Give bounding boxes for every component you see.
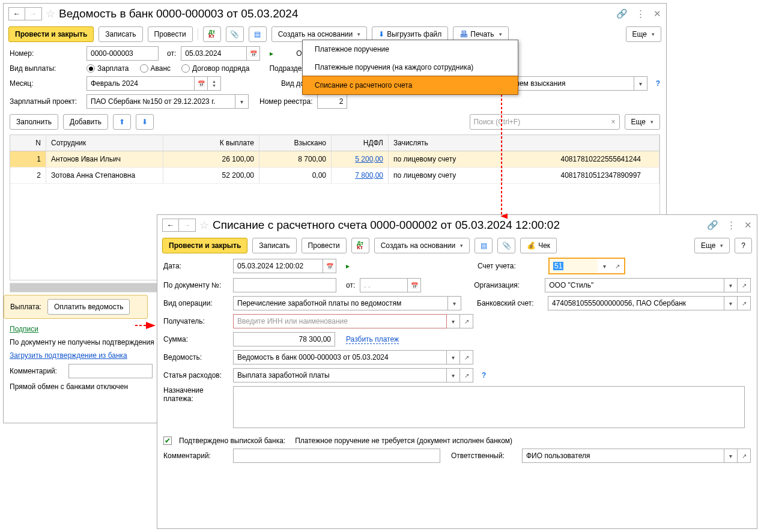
kebab-icon[interactable]: ⋮ xyxy=(636,8,645,19)
th-tax[interactable]: НДФЛ xyxy=(332,135,389,151)
clear-search-icon[interactable]: × xyxy=(611,118,616,126)
close-icon-2[interactable]: ✕ xyxy=(744,220,752,231)
nav-fwd-2[interactable]: → xyxy=(179,219,196,232)
op-type-dropdown[interactable]: ▾ xyxy=(448,296,461,310)
nav-back-2[interactable]: ← xyxy=(162,219,179,232)
radio-salary[interactable]: Зарплата xyxy=(86,64,129,73)
help-expense[interactable]: ? xyxy=(482,371,486,379)
ctx-write-off[interactable]: Списание с расчетного счета xyxy=(302,76,518,95)
save-button-2[interactable]: Записать xyxy=(252,238,296,253)
month-input[interactable]: Февраль 2024 xyxy=(86,76,195,91)
post-button-2[interactable]: Провести xyxy=(302,238,347,253)
add-button[interactable]: Добавить xyxy=(63,114,108,130)
move-up-button[interactable]: ⬆ xyxy=(113,114,131,130)
move-down-button[interactable]: ⬇ xyxy=(136,114,154,130)
ctx-payment-order[interactable]: Платежное поручение xyxy=(303,40,518,58)
table-row[interactable]: 2 Зотова Анна Степановна 52 200,00 0,00 … xyxy=(10,168,659,184)
expense-input[interactable]: Выплата заработной платы xyxy=(233,368,447,382)
more-button-1[interactable]: Еще xyxy=(626,26,661,42)
expense-dropdown[interactable]: ▾ xyxy=(447,368,460,382)
check-button[interactable]: 💰Чек xyxy=(520,238,557,253)
expense-open[interactable]: ↗ xyxy=(460,368,473,382)
more-button-2[interactable]: Еще xyxy=(694,238,730,253)
close-icon[interactable]: ✕ xyxy=(653,8,661,19)
recipient-dropdown[interactable]: ▾ xyxy=(447,314,460,328)
salary-project-input[interactable]: ПАО Сбербанк №150 от 29.12.2023 г. xyxy=(86,94,235,109)
dtkt-button[interactable]: ДтКт xyxy=(203,26,221,42)
date-input[interactable]: 05.03.2024 xyxy=(181,46,247,61)
pay-vedomost-button[interactable]: Оплатить ведомость xyxy=(47,299,130,315)
account-input[interactable]: 51 xyxy=(550,259,598,273)
month-calendar-icon[interactable]: 📅 xyxy=(195,76,208,91)
op-type-input[interactable]: Перечисление заработной платы по ведомос… xyxy=(233,296,448,310)
date-input-2[interactable]: 05.03.2024 12:00:02 xyxy=(233,259,323,273)
from-date-input[interactable]: . . xyxy=(360,278,408,292)
org-dropdown[interactable]: ▾ xyxy=(724,278,738,292)
salary-project-dropdown[interactable]: ▾ xyxy=(235,94,249,109)
registry-num-input[interactable]: 2 xyxy=(317,94,347,109)
sum-input[interactable]: 78 300,00 xyxy=(233,332,335,346)
responsible-dropdown[interactable]: ▾ xyxy=(724,449,738,463)
comment-input-2[interactable] xyxy=(233,449,440,463)
link-icon[interactable]: 🔗 xyxy=(616,8,628,19)
calendar-icon[interactable]: 📅 xyxy=(247,46,260,61)
favorite-icon-2[interactable]: ☆ xyxy=(199,219,209,232)
income-type-dropdown[interactable]: ▾ xyxy=(634,76,647,91)
bank-acc-input[interactable]: 47405810555000000056, ПАО Сбербанк xyxy=(548,296,724,310)
nav-back[interactable]: ← xyxy=(8,7,25,20)
radio-advance[interactable]: Аванс xyxy=(140,64,171,73)
calendar-icon-2[interactable]: 📅 xyxy=(323,259,336,273)
confirmed-checkbox[interactable]: ✔ xyxy=(163,437,172,445)
purpose-textarea[interactable] xyxy=(233,386,745,428)
account-dropdown[interactable]: ▾ xyxy=(598,259,611,273)
number-input[interactable]: 0000-000003 xyxy=(86,46,159,61)
th-ded[interactable]: Взыскано xyxy=(259,135,332,151)
table-row[interactable]: 1 Антонов Иван Ильич 26 100,00 8 700,00 … xyxy=(10,151,659,168)
structure-button[interactable]: ▤ xyxy=(249,26,267,42)
vedom-dropdown[interactable]: ▾ xyxy=(447,350,460,364)
vedom-open[interactable]: ↗ xyxy=(460,350,473,364)
fill-button[interactable]: Заполнить xyxy=(10,114,58,130)
search-input[interactable]: Поиск (Ctrl+F) × xyxy=(470,114,620,130)
save-button[interactable]: Записать xyxy=(99,26,142,42)
post-close-button-2[interactable]: Провести и закрыть xyxy=(162,238,247,253)
structure-button-2[interactable]: ▤ xyxy=(474,238,493,253)
bank-acc-open[interactable]: ↗ xyxy=(738,296,751,310)
recipient-input[interactable]: Введите ИНН или наименование xyxy=(233,314,447,328)
recipient-open[interactable]: ↗ xyxy=(460,314,473,328)
doc-no-input[interactable] xyxy=(233,278,336,292)
th-acc[interactable]: Зачислять xyxy=(389,135,503,151)
bank-acc-dropdown[interactable]: ▾ xyxy=(724,296,738,310)
split-payment-link[interactable]: Разбить платеж xyxy=(346,335,399,344)
th-num[interactable] xyxy=(503,135,659,151)
org-open[interactable]: ↗ xyxy=(738,278,751,292)
responsible-open[interactable]: ↗ xyxy=(738,449,751,463)
vedom-input[interactable]: Ведомость в банк 0000-000003 от 05.03.20… xyxy=(233,350,447,364)
post-button[interactable]: Провести xyxy=(148,26,193,42)
post-close-button[interactable]: Провести и закрыть xyxy=(8,26,94,42)
ctx-payment-orders-each[interactable]: Платежные поручения (на каждого сотрудни… xyxy=(303,58,518,76)
responsible-input[interactable]: ФИО пользователя xyxy=(522,449,724,463)
kebab-icon-2[interactable]: ⋮ xyxy=(727,220,736,231)
month-spinner[interactable]: ▲▼ xyxy=(208,76,221,91)
create-based-button-2[interactable]: Создать на основании xyxy=(374,238,470,253)
dtkt-button-2[interactable]: ДтКт xyxy=(351,238,369,253)
attach-button[interactable]: 📎 xyxy=(226,26,244,42)
from-calendar-icon[interactable]: 📅 xyxy=(408,278,421,292)
radio-contract[interactable]: Договор подряда xyxy=(181,64,249,73)
org-input[interactable]: ООО "Стиль" xyxy=(545,278,724,292)
favorite-icon[interactable]: ☆ xyxy=(46,7,55,20)
comment-input-1[interactable] xyxy=(68,364,153,378)
signatures-link[interactable]: Подписи xyxy=(10,325,38,333)
th-n[interactable]: N xyxy=(10,135,46,151)
th-emp[interactable]: Сотрудник xyxy=(46,135,163,151)
attach-button-2[interactable]: 📎 xyxy=(497,238,515,253)
nav-fwd[interactable]: → xyxy=(25,7,42,20)
more-button-table[interactable]: Еще xyxy=(625,114,660,130)
help-income-type[interactable]: ? xyxy=(656,79,660,88)
account-open[interactable]: ↗ xyxy=(611,259,624,273)
th-pay[interactable]: К выплате xyxy=(163,135,259,151)
load-confirm-link[interactable]: Загрузить подтверждение из банка xyxy=(10,351,127,360)
help-button-2[interactable]: ? xyxy=(735,238,752,253)
link-icon-2[interactable]: 🔗 xyxy=(707,220,718,231)
